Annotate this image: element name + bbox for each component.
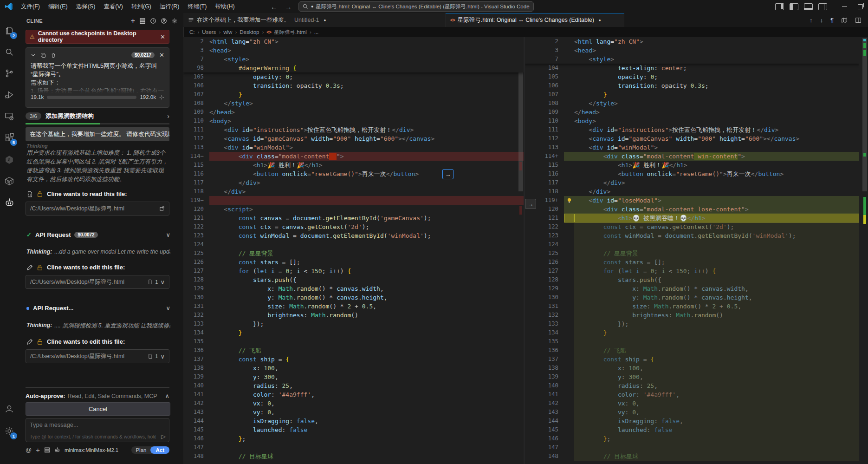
- vscode-logo-icon: [5, 2, 13, 11]
- api-cost-badge: $0.0072: [74, 232, 97, 238]
- search-icon: [303, 4, 308, 9]
- expand-context-icon[interactable]: [159, 95, 164, 100]
- hexagon-extension-icon[interactable]: [0, 150, 19, 169]
- breadcrumb[interactable]: C:› Users› wlw› Desktop› <> 星际弹弓.html› .…: [189, 27, 514, 37]
- chevron-right-icon[interactable]: ›: [167, 112, 169, 120]
- open-preview-icon[interactable]: [841, 17, 848, 23]
- html-file-icon: <>: [266, 30, 271, 35]
- lightbulb-icon[interactable]: [564, 196, 574, 205]
- model-name[interactable]: minimax:MiniMax-M2.1: [65, 447, 118, 453]
- model-icon[interactable]: [54, 447, 60, 453]
- read-file-path[interactable]: /C:/Users/wlw/Desktop/星际弹弓.html: [26, 202, 169, 216]
- task-card: $0.0217 ✕ 请帮我写一个单文件HTML5网页小游戏，名字叫“星际弹弓”。…: [26, 47, 169, 108]
- menu-terminal[interactable]: 终端(T): [183, 0, 211, 13]
- diff-original-pane[interactable]: 2<html lang="zh-CN">3<head>7 <style>98 #…: [183, 37, 524, 464]
- code-line: 131 size: Math.random() * 2 + 0.5,: [183, 302, 524, 311]
- task-close-icon[interactable]: ✕: [159, 52, 164, 59]
- nav-forward-icon[interactable]: →: [281, 3, 296, 11]
- edit-file-path-2[interactable]: /C:/Users/wlw/Desktop/星际弹弓.html 1 ∨: [26, 349, 169, 363]
- diff-modified-pane[interactable]: 2<html lang="zh-CN">3<head>7 <style> 104…: [525, 37, 859, 464]
- mention-icon[interactable]: @: [26, 446, 32, 453]
- modified-dot[interactable]: ●: [324, 18, 326, 22]
- api-request-row-2[interactable]: API Request... ∨: [26, 305, 170, 312]
- chevron-down-icon[interactable]: ∨: [166, 231, 170, 238]
- nav-back-icon[interactable]: ←: [267, 3, 281, 11]
- menu-file[interactable]: 文件(F): [17, 0, 44, 13]
- source-control-icon[interactable]: [0, 64, 19, 83]
- command-center[interactable]: ● 星际弹弓.html: Original ↔ Cline's Changes …: [298, 1, 534, 12]
- line-number: 129: [538, 284, 564, 293]
- extensions-icon[interactable]: 5: [0, 128, 19, 147]
- auto-approve-bar[interactable]: Auto-approve: Read, Edit, Safe Commands,…: [26, 387, 169, 399]
- add-context-icon[interactable]: +: [36, 446, 40, 454]
- composer-hint: Type @ for context, / for slash commands…: [30, 434, 156, 439]
- history-icon[interactable]: [150, 18, 156, 24]
- menu-view[interactable]: 查看(V): [99, 0, 127, 13]
- line-number: 133: [538, 320, 564, 328]
- remote-explorer-icon[interactable]: [0, 107, 19, 125]
- send-icon[interactable]: ▷: [161, 433, 166, 440]
- tab-chat-untitled[interactable]: 在这个基础上，我要增加一些难度。 Untitled-1 ●: [183, 13, 446, 27]
- restore-button[interactable]: [852, 0, 868, 13]
- toggle-panel-icon[interactable]: [804, 3, 813, 10]
- line-number: 109: [183, 108, 209, 117]
- menu-help[interactable]: 帮助(H): [211, 0, 239, 13]
- settings-gear-icon[interactable]: 1: [0, 422, 19, 440]
- rules-icon[interactable]: [44, 447, 50, 453]
- diff-count-badge: 1: [155, 279, 158, 285]
- edit-file-path[interactable]: /C:/Users/wlw/Desktop/星际弹弓.html 1 ∨: [26, 275, 169, 289]
- diff-revert-block-button[interactable]: →: [525, 199, 536, 209]
- plan-mode-button[interactable]: Plan: [131, 446, 150, 454]
- cancel-button[interactable]: Cancel: [26, 402, 170, 416]
- original-scrollbar[interactable]: [518, 37, 523, 464]
- whitespace-icon[interactable]: ¶: [830, 17, 834, 24]
- collapse-chevron-icon[interactable]: [31, 52, 36, 58]
- new-task-icon[interactable]: +: [131, 17, 135, 25]
- minimize-button[interactable]: [836, 0, 852, 13]
- account-icon[interactable]: [161, 18, 167, 24]
- chevron-down-icon[interactable]: ∨: [160, 353, 165, 360]
- toggle-sidebar-icon[interactable]: [790, 3, 798, 10]
- customize-layout-icon[interactable]: [775, 3, 784, 10]
- search-view-icon[interactable]: [0, 43, 19, 61]
- chevron-down-icon[interactable]: ∨: [160, 279, 165, 286]
- code-line: 114− <div class="modal-content ">: [183, 152, 524, 161]
- focus-chain-row[interactable]: 3/6 添加黑洞数据结构 ›: [26, 111, 169, 122]
- delete-task-icon[interactable]: [51, 52, 56, 58]
- api-request-row[interactable]: ✓ API Request $0.0072 ∨: [26, 231, 170, 238]
- banner-close-icon[interactable]: ✕: [160, 33, 165, 40]
- modified-dot[interactable]: ●: [599, 18, 601, 22]
- tab-diff-active[interactable]: <> 星际弹弓.html: Original ↔ Cline's Changes…: [446, 13, 624, 27]
- accounts-icon[interactable]: [0, 399, 19, 418]
- explorer-icon[interactable]: 2: [0, 21, 19, 40]
- run-debug-icon[interactable]: [0, 85, 19, 104]
- menu-edit[interactable]: 编辑(E): [44, 0, 72, 13]
- toggle-secondary-sidebar-icon[interactable]: [818, 3, 827, 10]
- chevron-up-icon[interactable]: ∧: [165, 392, 169, 399]
- next-change-icon[interactable]: ↓: [820, 17, 823, 24]
- thinking-summary-row-2[interactable]: Thinking:.... 黑洞碰撞检测 5. 重置游戏功能 让我继续修改代码。…: [26, 322, 170, 330]
- menu-run[interactable]: 运行(R): [155, 0, 183, 13]
- diff-next-change-button[interactable]: →: [442, 169, 453, 179]
- container-extension-icon[interactable]: [0, 172, 19, 190]
- task-list-icon[interactable]: [139, 18, 146, 24]
- reasoning-text: 用户要求在现有游戏基础上增加难度： 1. 随机生成3个红色黑洞在屏幕中间区域 2…: [26, 149, 169, 185]
- message-composer[interactable]: Type a message... Type @ for context, / …: [26, 418, 169, 442]
- act-mode-button[interactable]: Act: [150, 446, 169, 454]
- split-editor-icon[interactable]: [855, 17, 862, 23]
- cline-robot-icon[interactable]: [0, 193, 19, 212]
- line-number: 115: [183, 161, 209, 170]
- prev-change-icon[interactable]: ↑: [810, 17, 813, 24]
- menu-selection[interactable]: 选择(S): [72, 0, 100, 13]
- copy-icon[interactable]: [40, 52, 46, 58]
- settings-icon[interactable]: [171, 18, 178, 24]
- open-external-icon[interactable]: [159, 206, 165, 211]
- chevron-down-icon[interactable]: ∨: [166, 305, 170, 312]
- diff-ruler-mark: [863, 39, 866, 41]
- line-number: 148: [183, 452, 209, 461]
- code-line: 117 </div>: [183, 178, 524, 187]
- menu-go[interactable]: 转到(G): [127, 0, 155, 13]
- modified-overview-ruler[interactable]: [862, 37, 867, 464]
- thinking-summary-row[interactable]: Thinking:...dd a game over modal Let me …: [26, 248, 170, 255]
- code-line: 126 const stars = [];: [183, 258, 524, 267]
